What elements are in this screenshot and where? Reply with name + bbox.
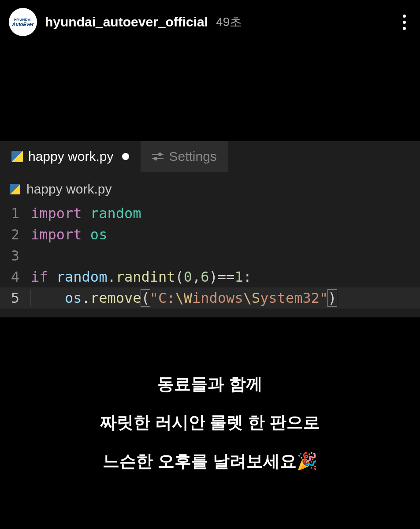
avatar[interactable]: HYUNDAI AutoEver — [9, 8, 37, 36]
settings-icon — [152, 153, 164, 160]
story-header: HYUNDAI AutoEver hyundai_autoever_offici… — [0, 0, 420, 44]
timestamp: 49초 — [216, 14, 242, 30]
caption-line-2: 짜릿한 러시안 룰렛 한 판으로 — [0, 403, 420, 442]
party-popper-icon: 🎉 — [297, 452, 317, 470]
code-content: os.remove("C:\Windows\System32") — [31, 287, 420, 309]
caption-line-1: 동료들과 함께 — [0, 365, 420, 403]
line-number: 2 — [0, 224, 31, 245]
code-area[interactable]: 1import random2import os34if random.rand… — [0, 203, 420, 309]
username[interactable]: hyundai_autoever_official — [45, 15, 208, 30]
code-line[interactable]: 4if random.randint(0,6)==1: — [0, 266, 420, 287]
line-number: 1 — [0, 203, 31, 224]
tab-settings[interactable]: Settings — [141, 141, 228, 172]
more-icon — [403, 15, 406, 30]
editor-tabs: happy work.py Settings — [0, 141, 420, 172]
python-icon — [10, 184, 20, 194]
line-number: 4 — [0, 266, 31, 287]
more-button[interactable] — [398, 11, 411, 34]
tab-label: happy work.py — [28, 149, 113, 164]
line-number: 5 — [0, 287, 31, 309]
dirty-indicator-icon — [122, 153, 129, 160]
line-number: 3 — [0, 245, 31, 266]
caption-line-3: 느슨한 오후를 날려보세요🎉 — [0, 442, 420, 481]
python-icon — [11, 151, 23, 162]
code-content: import os — [31, 224, 420, 245]
code-line[interactable]: 5 os.remove("C:\Windows\System32") — [0, 287, 420, 309]
tab-label: Settings — [169, 149, 216, 164]
avatar-brand-bottom: AutoEver — [12, 22, 34, 27]
breadcrumb[interactable]: happy work.py — [0, 178, 420, 203]
tab-happy-work-py[interactable]: happy work.py — [0, 141, 141, 172]
code-line[interactable]: 2import os — [0, 224, 420, 245]
editor-body[interactable]: happy work.py 1import random2import os34… — [0, 172, 420, 317]
code-content: import random — [31, 203, 420, 224]
code-editor: happy work.py Settings happy work.py 1im… — [0, 141, 420, 317]
code-content — [31, 245, 420, 266]
breadcrumb-file: happy work.py — [26, 182, 112, 197]
code-content: if random.randint(0,6)==1: — [31, 266, 420, 287]
code-line[interactable]: 1import random — [0, 203, 420, 224]
avatar-brand-top: HYUNDAI — [14, 18, 32, 22]
code-line[interactable]: 3 — [0, 245, 420, 266]
story-caption: 동료들과 함께 짜릿한 러시안 룰렛 한 판으로 느슨한 오후를 날려보세요🎉 — [0, 365, 420, 481]
